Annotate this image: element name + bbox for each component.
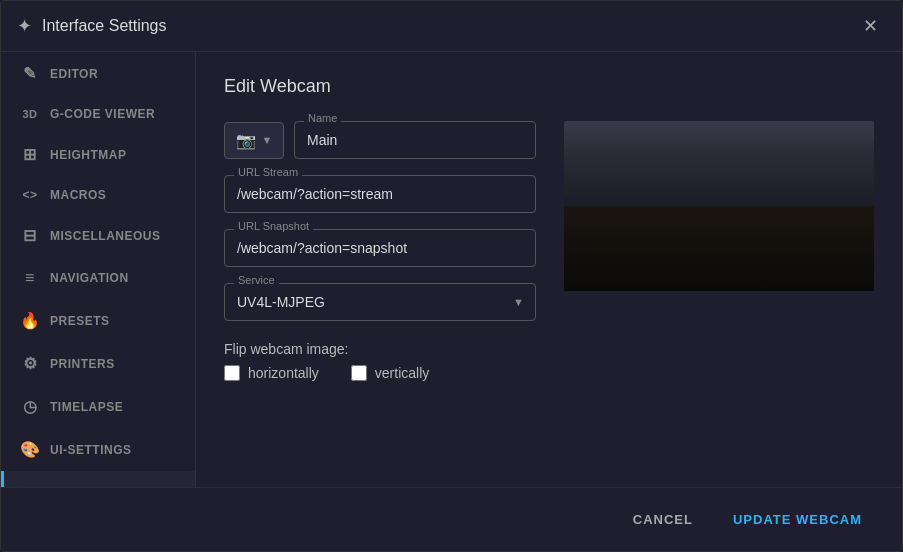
url-stream-field-group: URL Stream — [224, 175, 536, 213]
sidebar-item-heightmap[interactable]: ⊞ HEIGHTMAP — [1, 133, 195, 176]
ui-settings-icon: 🎨 — [20, 440, 40, 459]
service-field-group: Service UV4L-MJPEG MJPEG-Streamer OctoPr… — [224, 283, 536, 321]
printers-icon: ⚙ — [20, 354, 40, 373]
sidebar-item-label: TIMELAPSE — [50, 400, 123, 414]
svg-rect-3 — [664, 121, 784, 176]
sidebar-item-label: UI-SETTINGS — [50, 443, 132, 457]
action-spacer — [224, 381, 874, 441]
interface-settings-modal: ✦ Interface Settings ✕ ✎ EDITOR 3D G-COD… — [0, 0, 903, 552]
modal-title: Interface Settings — [42, 17, 855, 35]
editor-icon: ✎ — [20, 64, 40, 83]
sidebar-item-timelapse[interactable]: ◷ TIMELAPSE — [1, 385, 195, 428]
service-select-wrapper: UV4L-MJPEG MJPEG-Streamer OctoPrint — [224, 283, 536, 321]
svg-rect-12 — [564, 196, 874, 291]
sidebar-item-label: G-CODE VIEWER — [50, 107, 155, 121]
close-button[interactable]: ✕ — [855, 11, 886, 41]
svg-rect-1 — [564, 121, 874, 201]
svg-rect-0 — [564, 121, 874, 291]
sidebar-item-label: MACROS — [50, 188, 106, 202]
flip-vertical-option[interactable]: vertically — [351, 365, 429, 381]
webcam-preview — [564, 121, 874, 291]
gcode-icon: 3D — [20, 108, 40, 120]
sidebar-item-label: HEIGHTMAP — [50, 148, 127, 162]
form-area: 📷 ▼ Name URL Stream — [224, 121, 536, 381]
macros-icon: <> — [20, 188, 40, 202]
sidebar-item-label: NAVIGATION — [50, 271, 129, 285]
flip-vertical-label: vertically — [375, 365, 429, 381]
url-stream-input[interactable] — [224, 175, 536, 213]
sidebar: ✎ EDITOR 3D G-CODE VIEWER ⊞ HEIGHTMAP <>… — [1, 52, 196, 551]
timelapse-icon: ◷ — [20, 397, 40, 416]
svg-rect-5 — [804, 131, 864, 221]
webcam-preview-image — [564, 121, 874, 291]
svg-rect-9 — [694, 121, 764, 181]
nav-icon: ≡ — [20, 269, 40, 287]
modal-titlebar: ✦ Interface Settings ✕ — [1, 1, 902, 52]
url-snapshot-field-group: URL Snapshot — [224, 229, 536, 267]
flip-options: horizontally vertically — [224, 365, 536, 381]
url-snapshot-input[interactable] — [224, 229, 536, 267]
svg-rect-8 — [644, 126, 734, 176]
sidebar-item-label: EDITOR — [50, 67, 98, 81]
sidebar-item-miscellaneous[interactable]: ⊟ MISCELLANEOUS — [1, 214, 195, 257]
name-row: 📷 ▼ Name — [224, 121, 536, 159]
sidebar-item-presets[interactable]: 🔥 PRESETS — [1, 299, 195, 342]
svg-rect-4 — [784, 121, 874, 191]
service-select[interactable]: UV4L-MJPEG MJPEG-Streamer OctoPrint — [224, 283, 536, 321]
sidebar-item-gcode-viewer[interactable]: 3D G-CODE VIEWER — [1, 95, 195, 133]
sidebar-item-label: PRESETS — [50, 314, 110, 328]
flip-horizontal-label: horizontally — [248, 365, 319, 381]
flip-label: Flip webcam image: — [224, 341, 536, 357]
webcam-svg — [564, 121, 874, 291]
name-field-group: Name — [294, 121, 536, 159]
sidebar-item-label: MISCELLANEOUS — [50, 229, 161, 243]
svg-rect-11 — [564, 196, 874, 291]
main-content: Edit Webcam 📷 ▼ Name — [196, 52, 902, 551]
webcam-icon-preview: 📷 — [236, 131, 256, 150]
icon-selector[interactable]: 📷 ▼ — [224, 122, 284, 159]
misc-icon: ⊟ — [20, 226, 40, 245]
section-title: Edit Webcam — [224, 76, 874, 97]
url-snapshot-label: URL Snapshot — [234, 220, 313, 232]
presets-icon: 🔥 — [20, 311, 40, 330]
sidebar-item-editor[interactable]: ✎ EDITOR — [1, 52, 195, 95]
svg-rect-6 — [819, 126, 849, 206]
service-label: Service — [234, 274, 279, 286]
update-webcam-button[interactable]: UPDATE WEBCAM — [721, 504, 874, 535]
sidebar-item-printers[interactable]: ⚙ PRINTERS — [1, 342, 195, 385]
flip-vertical-checkbox[interactable] — [351, 365, 367, 381]
sidebar-item-ui-settings[interactable]: 🎨 UI-SETTINGS — [1, 428, 195, 471]
name-label: Name — [304, 112, 341, 124]
flip-section: Flip webcam image: horizontally vertical… — [224, 337, 536, 381]
name-input[interactable] — [294, 121, 536, 159]
svg-rect-2 — [564, 121, 664, 181]
flip-horizontal-option[interactable]: horizontally — [224, 365, 319, 381]
sidebar-item-label: PRINTERS — [50, 357, 115, 371]
url-stream-label: URL Stream — [234, 166, 302, 178]
content-area: 📷 ▼ Name URL Stream — [224, 121, 874, 381]
action-row: CANCEL UPDATE WEBCAM — [1, 487, 902, 551]
modal-body: ✎ EDITOR 3D G-CODE VIEWER ⊞ HEIGHTMAP <>… — [1, 52, 902, 551]
sidebar-item-navigation[interactable]: ≡ NAVIGATION — [1, 257, 195, 299]
svg-rect-7 — [564, 131, 644, 186]
flip-horizontal-checkbox[interactable] — [224, 365, 240, 381]
sidebar-item-macros[interactable]: <> MACROS — [1, 176, 195, 214]
heightmap-icon: ⊞ — [20, 145, 40, 164]
gear-icon: ✦ — [17, 15, 32, 37]
cancel-button[interactable]: CANCEL — [621, 504, 705, 535]
chevron-down-icon: ▼ — [262, 134, 273, 146]
